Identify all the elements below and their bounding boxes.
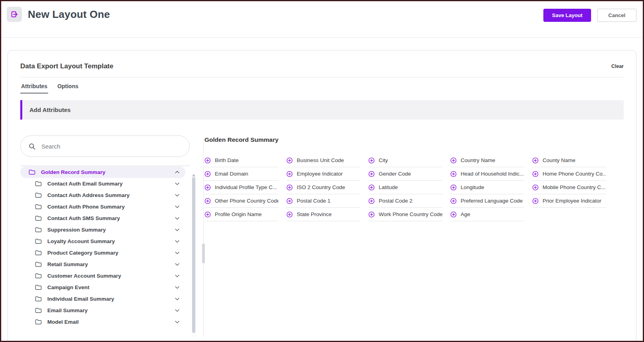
chevron-down-icon[interactable] — [174, 169, 180, 175]
chevron-down-icon[interactable] — [174, 284, 180, 290]
clear-button[interactable]: Clear — [611, 64, 624, 69]
plus-circle-icon[interactable] — [204, 157, 211, 164]
chevron-down-icon[interactable] — [174, 307, 180, 313]
attribute-item[interactable]: Mobile Phone Country C... — [532, 181, 606, 194]
chevron-down-icon[interactable] — [174, 273, 180, 279]
tree-item[interactable]: Contact Auth Phone Summary — [20, 201, 185, 213]
plus-circle-icon[interactable] — [368, 171, 375, 177]
plus-circle-icon[interactable] — [204, 184, 211, 191]
plus-circle-icon[interactable] — [368, 157, 375, 164]
attribute-item[interactable]: Profile Origin Name — [204, 208, 278, 221]
chevron-down-icon[interactable] — [174, 261, 180, 267]
attribute-item[interactable]: Country Name — [450, 154, 524, 167]
folder-icon — [35, 181, 42, 187]
plus-circle-icon[interactable] — [204, 171, 211, 177]
search-box[interactable] — [20, 135, 190, 157]
attribute-item[interactable]: Gender Code — [368, 167, 442, 181]
tree-item[interactable]: Contact Auth Address Summary — [20, 189, 185, 201]
search-input[interactable] — [41, 143, 182, 150]
plus-circle-icon[interactable] — [286, 184, 293, 191]
folder-icon — [35, 238, 42, 244]
chevron-down-icon[interactable] — [174, 296, 180, 302]
attribute-label: Home Phone Country Co... — [543, 171, 606, 177]
tree-scrollbar[interactable] — [192, 173, 196, 337]
panel-scrollbar-thumb[interactable] — [202, 243, 205, 263]
tree-item[interactable]: Campaign Event — [20, 282, 185, 293]
scrollbar-up-arrow-icon[interactable] — [192, 174, 195, 176]
attribute-item[interactable]: Postal Code 1 — [286, 194, 360, 208]
plus-circle-icon[interactable] — [532, 157, 539, 164]
attribute-grid: Birth Date Business Unit Code — [204, 154, 624, 221]
tree-item-label: Contact Auth Email Summary — [47, 181, 174, 187]
tree-item[interactable]: Contact Auth Email Summary — [20, 178, 185, 189]
tree-item[interactable]: Product Category Summary — [20, 247, 185, 259]
tree-item[interactable]: Individual Email Summary — [20, 293, 185, 305]
tree-item[interactable]: Customer Account Summary — [20, 270, 185, 282]
tree-item-label: Contact Auth SMS Summary — [47, 215, 174, 221]
tree-item[interactable]: Golden Record Summary — [20, 166, 185, 178]
attribute-item[interactable]: Work Phone Country Code — [368, 208, 442, 221]
tree-item[interactable]: Loyalty Account Summary — [20, 236, 185, 247]
attribute-item[interactable]: Home Phone Country Co... — [532, 167, 606, 181]
tree-item[interactable]: Suppression Summary — [20, 224, 185, 236]
attribute-item[interactable]: Birth Date — [204, 154, 278, 167]
attribute-item[interactable]: Preferred Language Code — [450, 194, 524, 208]
attribute-item[interactable]: ISO 2 Country Code — [286, 181, 360, 194]
attribute-item[interactable]: State Province — [286, 208, 360, 221]
attribute-item[interactable]: Other Phone Country Code — [204, 194, 278, 208]
chevron-down-icon[interactable] — [174, 204, 180, 210]
plus-circle-icon[interactable] — [286, 198, 293, 204]
plus-circle-icon[interactable] — [204, 198, 211, 204]
attribute-item[interactable]: Prior Employee Indicator — [532, 194, 606, 208]
plus-circle-icon[interactable] — [286, 211, 293, 218]
cancel-button[interactable]: Cancel — [597, 9, 636, 22]
data-export-layout-card: Data Export Layout Template Clear Attrib… — [8, 50, 636, 342]
attribute-item[interactable]: Postal Code 2 — [368, 194, 442, 208]
attribute-item[interactable]: Business Unit Code — [286, 154, 360, 167]
tab[interactable]: Attributes — [20, 83, 48, 94]
attribute-item[interactable]: Age — [450, 208, 524, 221]
attribute-item[interactable]: Head of Household Indic... — [450, 167, 524, 181]
plus-circle-icon[interactable] — [368, 211, 375, 218]
tree-item[interactable]: Retail Summary — [20, 259, 185, 270]
attribute-label: Postal Code 1 — [297, 198, 331, 204]
plus-circle-icon[interactable] — [532, 184, 539, 191]
attribute-item[interactable]: Latitude — [368, 181, 442, 194]
panel-gutter — [196, 132, 204, 305]
tree-item[interactable]: Model Email — [20, 316, 185, 328]
attribute-item[interactable]: Longitude — [450, 181, 524, 194]
plus-circle-icon[interactable] — [450, 157, 457, 164]
attribute-item[interactable]: County Name — [532, 154, 606, 167]
plus-circle-icon[interactable] — [286, 157, 293, 164]
plus-circle-icon[interactable] — [450, 184, 457, 191]
plus-circle-icon[interactable] — [532, 198, 539, 204]
chevron-down-icon[interactable] — [174, 238, 180, 244]
attribute-label: Business Unit Code — [297, 157, 344, 163]
plus-circle-icon[interactable] — [450, 211, 457, 218]
tab[interactable]: Options — [56, 83, 79, 94]
attribute-item[interactable]: City — [368, 154, 442, 167]
attribute-item[interactable]: Email Domain — [204, 167, 278, 181]
scrollbar-thumb[interactable] — [192, 177, 195, 333]
plus-circle-icon[interactable] — [450, 198, 457, 204]
plus-circle-icon[interactable] — [532, 171, 539, 177]
chevron-down-icon[interactable] — [174, 192, 180, 198]
plus-circle-icon[interactable] — [450, 171, 457, 177]
attributes-panel: Golden Record Summary Birth Date — [204, 132, 624, 305]
folder-icon — [35, 307, 42, 313]
plus-circle-icon[interactable] — [204, 211, 211, 218]
plus-circle-icon[interactable] — [368, 198, 375, 204]
chevron-down-icon[interactable] — [174, 181, 180, 187]
chevron-down-icon[interactable] — [174, 215, 180, 221]
attribute-item[interactable]: Individual Profile Type C... — [204, 181, 278, 194]
tree-item-label: Customer Account Summary — [47, 273, 174, 279]
tree-item[interactable]: Email Summary — [20, 305, 185, 316]
chevron-down-icon[interactable] — [174, 250, 180, 256]
plus-circle-icon[interactable] — [286, 171, 293, 177]
chevron-down-icon[interactable] — [174, 227, 180, 233]
tree-item[interactable]: Contact Auth SMS Summary — [20, 213, 185, 224]
plus-circle-icon[interactable] — [368, 184, 375, 191]
chevron-down-icon[interactable] — [174, 319, 180, 325]
save-layout-button[interactable]: Save Layout — [543, 9, 591, 22]
attribute-item[interactable]: Employee Indicator — [286, 167, 360, 181]
